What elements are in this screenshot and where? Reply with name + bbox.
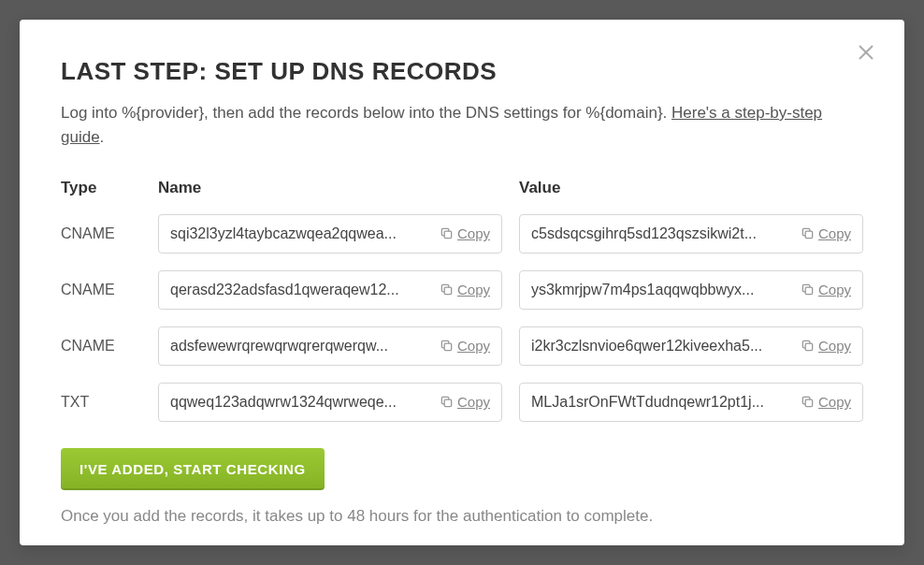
copy-button[interactable]: Copy (801, 282, 851, 297)
record-value-value: MLJa1srOnFWtTdudnqewr12pt1j... (531, 394, 793, 411)
record-name-field: adsfewewrqrewqrwqrerqwerqw... Copy (158, 326, 502, 366)
copy-icon (440, 226, 454, 240)
modal-intro: Log into %{provider}, then add the recor… (61, 101, 863, 151)
intro-suffix: . (100, 128, 105, 146)
copy-button[interactable]: Copy (801, 394, 851, 410)
svg-rect-8 (444, 399, 452, 407)
copy-icon (440, 282, 454, 297)
footnote-text: Once you add the records, it takes up to… (61, 507, 863, 526)
copy-label: Copy (457, 394, 490, 410)
copy-label: Copy (457, 225, 490, 241)
record-value-value: i2kr3czlsnvioe6qwer12kiveexha5... (531, 338, 793, 355)
close-button[interactable] (854, 40, 878, 65)
copy-icon (440, 339, 454, 353)
copy-button[interactable]: Copy (801, 338, 851, 354)
record-type: CNAME (61, 225, 141, 242)
record-value-field: MLJa1srOnFWtTdudnqewr12pt1j... Copy (519, 383, 863, 422)
intro-text: Log into %{provider}, then add the recor… (61, 104, 671, 122)
dns-setup-modal: LAST STEP: SET UP DNS RECORDS Log into %… (20, 20, 904, 545)
svg-rect-2 (444, 231, 452, 239)
svg-rect-6 (444, 343, 452, 351)
col-header-value: Value (519, 179, 863, 197)
svg-rect-5 (805, 287, 813, 295)
copy-label: Copy (457, 338, 490, 354)
record-name-value: qerasd232adsfasd1qweraqew12... (170, 282, 432, 298)
copy-icon (801, 339, 815, 353)
copy-button[interactable]: Copy (801, 225, 851, 241)
copy-icon (801, 226, 815, 240)
copy-label: Copy (457, 282, 490, 297)
record-value-value: ys3kmrjpw7m4ps1aqqwqbbwyx... (531, 282, 793, 298)
copy-button[interactable]: Copy (440, 282, 490, 297)
copy-icon (440, 395, 454, 409)
close-icon (858, 44, 874, 61)
copy-button[interactable]: Copy (440, 225, 490, 241)
record-type: CNAME (61, 282, 141, 298)
record-name-value: qqweq123adqwrw1324qwrweqe... (170, 394, 432, 411)
col-header-name: Name (158, 179, 502, 197)
col-header-type: Type (61, 179, 141, 197)
record-name-value: adsfewewrqrewqrwqrerqwerqw... (170, 338, 432, 355)
copy-label: Copy (818, 225, 851, 241)
modal-title: LAST STEP: SET UP DNS RECORDS (61, 57, 863, 86)
record-name-field: qerasd232adsfasd1qweraqew12... Copy (158, 270, 502, 310)
copy-button[interactable]: Copy (440, 338, 490, 354)
copy-icon (801, 282, 815, 297)
record-name-value: sqi32l3yzl4taybcazwqea2qqwea... (170, 225, 432, 242)
record-value-field: ys3kmrjpw7m4ps1aqqwqbbwyx... Copy (519, 270, 863, 310)
record-value-field: c5sdsqcsgihrq5sd123qszsikwi2t... Copy (519, 214, 863, 254)
copy-label: Copy (818, 282, 851, 297)
svg-rect-7 (805, 343, 813, 351)
copy-button[interactable]: Copy (440, 394, 490, 410)
record-value-value: c5sdsqcsgihrq5sd123qszsikwi2t... (531, 225, 793, 242)
record-name-field: qqweq123adqwrw1324qwrweqe... Copy (158, 383, 502, 422)
copy-label: Copy (818, 338, 851, 354)
record-value-field: i2kr3czlsnvioe6qwer12kiveexha5... Copy (519, 326, 863, 366)
dns-records-table: Type Name Value CNAME sqi32l3yzl4taybcaz… (61, 179, 863, 422)
svg-rect-3 (805, 231, 813, 239)
start-checking-button[interactable]: I'VE ADDED, START CHECKING (61, 448, 325, 490)
svg-rect-4 (444, 287, 452, 295)
record-name-field: sqi32l3yzl4taybcazwqea2qqwea... Copy (158, 214, 502, 254)
record-type: TXT (61, 394, 141, 411)
svg-rect-9 (805, 399, 813, 407)
copy-label: Copy (818, 394, 851, 410)
record-type: CNAME (61, 338, 141, 355)
copy-icon (801, 395, 815, 409)
